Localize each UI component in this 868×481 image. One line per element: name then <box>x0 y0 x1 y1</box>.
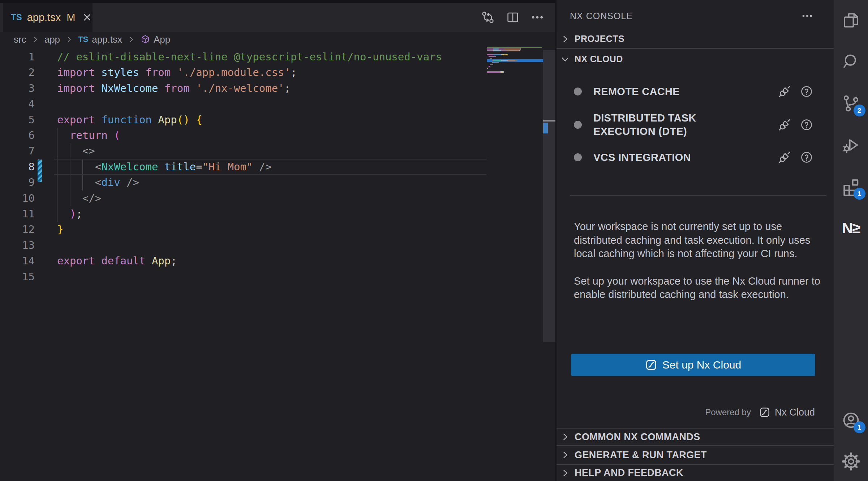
section-projects[interactable]: PROJECTS <box>557 30 834 49</box>
section-label: GENERATE & RUN TARGET <box>575 450 707 461</box>
code-line[interactable]: 9 <div /> <box>0 175 555 190</box>
line-number: 6 <box>0 128 35 143</box>
section-generate-run-target[interactable]: GENERATE & RUN TARGET <box>557 445 834 464</box>
panel-more-actions-icon[interactable] <box>801 9 814 22</box>
tab-filename: app.tsx <box>27 12 61 24</box>
code-line[interactable]: 5export function App() { <box>0 112 555 128</box>
breadcrumb: src app TS app.tsx App <box>14 32 170 47</box>
activity-extensions-icon[interactable]: 1 <box>839 175 863 198</box>
help-question-icon[interactable] <box>800 85 813 98</box>
section-label: HELP AND FEEDBACK <box>575 467 683 478</box>
editor-actions <box>480 3 545 32</box>
code-text: <div /> <box>57 175 139 190</box>
panel-title: NX CONSOLE <box>570 11 633 21</box>
chevron-right-icon <box>31 35 39 43</box>
code-line[interactable]: 11 ); <box>0 206 555 222</box>
section-help-and-feedback[interactable]: HELP AND FEEDBACK <box>557 464 834 481</box>
line-number: 1 <box>0 49 35 65</box>
modified-badge: M <box>66 12 75 24</box>
overview-ruler-cursor-mark <box>543 120 555 122</box>
minimap[interactable] <box>487 47 543 481</box>
breadcrumb-symbol-app[interactable]: App <box>140 34 170 45</box>
line-number: 3 <box>0 81 35 96</box>
split-editor-icon[interactable] <box>506 10 520 25</box>
code-line[interactable]: 15 <box>0 269 555 285</box>
activity-run-debug-icon[interactable] <box>839 133 863 157</box>
line-number: 5 <box>0 112 35 128</box>
code-line[interactable]: 13 <box>0 238 555 253</box>
code-line[interactable]: 14export default App; <box>0 253 555 269</box>
code-text: import NxWelcome from './nx-welcome'; <box>57 81 291 96</box>
connect-plug-icon[interactable] <box>778 85 791 98</box>
line-number: 7 <box>0 143 35 159</box>
connect-plug-icon[interactable] <box>778 150 791 164</box>
chevron-right-icon <box>560 34 570 44</box>
close-tab-icon[interactable] <box>82 12 93 23</box>
tab-bar: TS app.tsx M <box>0 3 555 32</box>
scrollbar-thumb[interactable] <box>543 50 555 342</box>
activity-source-control-icon[interactable]: 2 <box>839 92 863 115</box>
tab-app-tsx[interactable]: TS app.tsx M <box>3 3 93 32</box>
activity-nx-console-icon[interactable]: N≥ <box>839 217 863 240</box>
code-line[interactable]: 6 return ( <box>0 128 555 143</box>
minimap-line <box>487 68 488 69</box>
chevron-right-icon <box>127 35 135 43</box>
help-question-icon[interactable] <box>800 118 813 131</box>
code-line[interactable]: 1// eslint-disable-next-line @typescript… <box>0 49 555 65</box>
editor-scrollbar[interactable] <box>543 0 555 481</box>
code-line[interactable]: 4 <box>0 96 555 112</box>
activity-explorer-icon[interactable] <box>839 9 863 32</box>
badge: 1 <box>854 421 865 433</box>
powered-by-row: Powered by Nx Cloud <box>705 406 815 418</box>
code-line[interactable]: 12} <box>0 222 555 237</box>
chevron-right-icon <box>560 468 570 478</box>
help-question-icon[interactable] <box>800 151 813 164</box>
nx-cloud-feature-item: VCS INTEGRATION <box>574 148 813 166</box>
feature-label: REMOTE CACHE <box>593 85 723 98</box>
status-bullet-icon <box>574 153 582 161</box>
status-bullet-icon <box>574 88 582 95</box>
minimap-line <box>487 50 520 51</box>
setup-nx-cloud-button[interactable]: Set up Nx Cloud <box>571 354 815 376</box>
breadcrumb-src[interactable]: src <box>14 34 26 45</box>
connect-plug-icon[interactable] <box>778 118 791 132</box>
code-editor[interactable]: 1// eslint-disable-next-line @typescript… <box>0 47 555 481</box>
code-text: </> <box>57 191 101 206</box>
breadcrumb-file[interactable]: TS app.tsx <box>78 34 122 45</box>
line-number: 4 <box>0 96 35 112</box>
nx-logo: N≥ <box>842 220 860 237</box>
setup-button-label: Set up Nx Cloud <box>662 359 741 371</box>
nx-cloud-feature-item: DISTRIBUTED TASK EXECUTION (DTE) <box>574 111 813 139</box>
code-text: // eslint-disable-next-line @typescript-… <box>57 49 442 65</box>
powered-by-label: Powered by <box>705 407 751 417</box>
overview-ruler-modified-mark <box>543 123 548 133</box>
chevron-right-icon <box>560 450 570 460</box>
line-number: 9 <box>0 175 35 190</box>
open-changes-icon[interactable] <box>480 10 495 25</box>
breadcrumb-app[interactable]: app <box>44 34 60 45</box>
activity-bar-bottom: 1 <box>834 409 868 473</box>
activity-search-icon[interactable] <box>839 50 863 73</box>
activity-accounts-icon[interactable]: 1 <box>839 409 863 432</box>
minimap-line <box>489 56 496 57</box>
line-number: 10 <box>0 191 35 206</box>
minimap-line <box>492 62 499 63</box>
code-line[interactable]: 8 <NxWelcome title="Hi Mom" /> <box>0 159 555 175</box>
nx-cloud-feature-item: REMOTE CACHE <box>574 82 813 101</box>
more-actions-icon[interactable] <box>530 10 545 25</box>
code-line[interactable]: 2import styles from './app.module.css'; <box>0 65 555 80</box>
code-line[interactable]: 10 </> <box>0 191 555 206</box>
chevron-right-icon <box>65 35 73 43</box>
typescript-file-icon: TS <box>11 12 22 22</box>
line-number: 14 <box>0 253 35 269</box>
minimap-line <box>487 54 508 55</box>
minimap-line <box>492 60 517 61</box>
code-text: export default App; <box>57 253 177 269</box>
code-line[interactable]: 3import NxWelcome from './nx-welcome'; <box>0 81 555 96</box>
activity-settings-icon[interactable] <box>839 450 863 473</box>
code-line[interactable]: 7 <> <box>0 143 555 159</box>
section-nx-cloud[interactable]: NX CLOUD <box>557 50 834 69</box>
divider <box>570 195 826 196</box>
section-common-nx-commands[interactable]: COMMON NX COMMANDS <box>557 428 834 445</box>
chevron-down-icon <box>560 54 570 64</box>
